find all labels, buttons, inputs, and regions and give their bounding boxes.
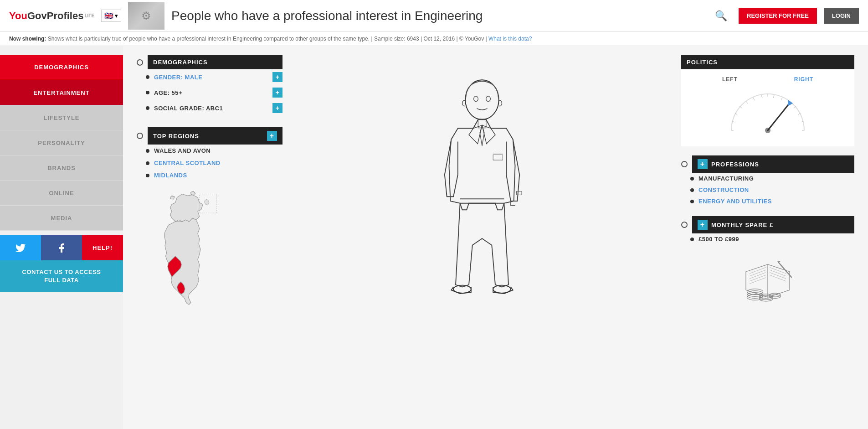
svg-line-26	[768, 103, 790, 130]
register-button[interactable]: REGISTER FOR FREE	[739, 8, 817, 24]
person-figure	[423, 69, 541, 333]
region-item-midlands: MIDLANDS	[137, 169, 282, 181]
contact-button[interactable]: CONTACT US TO ACCESSFULL DATA	[0, 260, 123, 292]
sidebar-item-demographics[interactable]: DEMOGRAPHICS	[0, 55, 123, 80]
bullet-icon	[146, 91, 149, 94]
professions-circle	[681, 161, 688, 167]
demographics-title: DEMOGRAPHICS	[153, 59, 208, 66]
person-svg	[423, 69, 541, 333]
spare-header: + MONTHLY SPARE £	[692, 216, 854, 233]
region-item-scotland: CENTRAL SCOTLAND	[137, 157, 282, 169]
sidebar-item-lifestyle[interactable]: LIFESTYLE	[0, 105, 123, 130]
demographics-item-gender: GENDER: MALE +	[137, 69, 282, 85]
politics-left-label: LEFT	[722, 76, 738, 83]
politics-gauge-svg	[722, 85, 813, 140]
profession-item-manufacturing: MANUFACTURING	[681, 173, 854, 184]
center-column	[282, 55, 681, 429]
sidebar-item-entertainment[interactable]: ENTERTAINMENT	[0, 80, 123, 105]
svg-line-19	[781, 98, 782, 100]
professions-title: PROFESSIONS	[711, 161, 759, 168]
bullet-icon	[690, 188, 694, 192]
svg-line-28	[779, 263, 791, 277]
page-title: People who have a professional interest …	[171, 9, 708, 23]
monthly-spare-section: + MONTHLY SPARE £ £500 TO £999	[681, 216, 854, 309]
top-regions-header: TOP REGIONS +	[148, 127, 282, 145]
wallet-illustration	[681, 249, 854, 309]
age-label: AGE: 55+	[154, 89, 182, 96]
uk-map	[137, 191, 246, 320]
banner-thumbnail: ⚙	[128, 2, 164, 30]
politics-section: POLITICS LEFT RIGHT	[681, 55, 854, 146]
twitter-button[interactable]	[0, 235, 41, 260]
spare-500-label: £500 TO £999	[699, 236, 739, 243]
svg-point-2	[473, 96, 478, 102]
spare-title: MONTHLY SPARE £	[711, 222, 773, 228]
demographics-item-grade: SOCIAL GRADE: ABC1 +	[137, 100, 282, 116]
demographics-circle	[137, 59, 143, 66]
grade-label: SOCIAL GRADE: ABC1	[154, 105, 223, 112]
grade-plus-button[interactable]: +	[272, 103, 282, 113]
scotland-label: CENTRAL SCOTLAND	[154, 160, 221, 166]
info-date: Oct 12, 2016	[423, 36, 455, 42]
energy-label: ENERGY AND UTILITIES	[699, 198, 772, 205]
profession-item-energy: ENERGY AND UTILITIES	[681, 196, 854, 207]
content-area: DEMOGRAPHICS GENDER: MALE + AGE: 55+ + S…	[123, 46, 868, 429]
logo-you: You	[9, 10, 27, 22]
profession-item-construction: CONSTRUCTION	[681, 184, 854, 196]
sidebar: DEMOGRAPHICS ENTERTAINMENT LIFESTYLE PER…	[0, 46, 123, 429]
spare-circle	[681, 222, 688, 228]
politics-title: POLITICS	[687, 59, 718, 66]
manufacturing-label: MANUFACTURING	[699, 175, 754, 182]
professions-section: + PROFESSIONS MANUFACTURING CONSTRUCTION…	[681, 155, 854, 207]
facebook-button[interactable]	[41, 235, 82, 260]
social-buttons: HELP!	[0, 235, 123, 260]
flag-icon: 🇬🇧	[104, 11, 113, 20]
svg-line-18	[773, 95, 774, 98]
sidebar-item-brands[interactable]: BRANDS	[0, 155, 123, 181]
demographics-section: DEMOGRAPHICS GENDER: MALE + AGE: 55+ + S…	[137, 55, 282, 116]
gauge-labels: LEFT RIGHT	[722, 76, 813, 83]
demographics-header: DEMOGRAPHICS	[148, 55, 282, 69]
logo-lite: LITE	[84, 13, 94, 18]
spare-plus-button[interactable]: +	[698, 220, 708, 230]
gender-plus-button[interactable]: +	[272, 72, 282, 82]
gauge-container: LEFT RIGHT	[681, 69, 854, 146]
bullet-icon	[146, 161, 149, 165]
sidebar-item-online[interactable]: ONLINE	[0, 181, 123, 206]
bullet-icon	[690, 200, 694, 203]
bullet-icon	[146, 106, 149, 110]
info-bar: Now showing: Shows what is particularly …	[0, 32, 868, 46]
sidebar-item-personality[interactable]: PERSONALITY	[0, 130, 123, 155]
top-regions-plus-button[interactable]: +	[267, 131, 277, 141]
sidebar-item-media[interactable]: MEDIA	[0, 206, 123, 231]
right-column: POLITICS LEFT RIGHT	[681, 55, 854, 429]
uk-map-svg	[137, 191, 241, 318]
site-logo: YouGovProfilesLITE	[9, 10, 94, 22]
logo-gov: Gov	[27, 10, 47, 22]
info-sample: Sample size: 6943	[374, 36, 419, 42]
search-icon[interactable]: 🔍	[715, 10, 727, 22]
svg-line-14	[746, 101, 748, 103]
svg-point-3	[486, 96, 490, 102]
info-copyright: © YouGov	[459, 36, 484, 42]
svg-line-16	[761, 95, 762, 98]
bullet-icon	[690, 177, 694, 181]
demographics-header-row: DEMOGRAPHICS	[137, 55, 282, 69]
svg-rect-9	[516, 191, 522, 195]
age-plus-button[interactable]: +	[272, 88, 282, 98]
professions-plus-button[interactable]: +	[698, 159, 708, 169]
bullet-icon	[146, 174, 149, 177]
info-link[interactable]: What is this data?	[488, 36, 532, 42]
spare-item-500: £500 TO £999	[681, 233, 854, 245]
help-button[interactable]: HELP!	[82, 235, 123, 260]
login-button[interactable]: LOGIN	[824, 8, 859, 24]
gender-label: GENDER: MALE	[154, 74, 202, 81]
header-banner-image: ⚙	[128, 2, 164, 30]
site-header: YouGovProfilesLITE 🇬🇧 ▾ ⚙ People who hav…	[0, 0, 868, 32]
top-regions-circle	[137, 133, 143, 139]
midlands-label: MIDLANDS	[154, 172, 187, 179]
wales-label: WALES AND AVON	[154, 147, 211, 154]
professions-header-row: + PROFESSIONS	[681, 155, 854, 173]
svg-rect-5	[493, 155, 503, 160]
language-selector[interactable]: 🇬🇧 ▾	[101, 10, 121, 22]
